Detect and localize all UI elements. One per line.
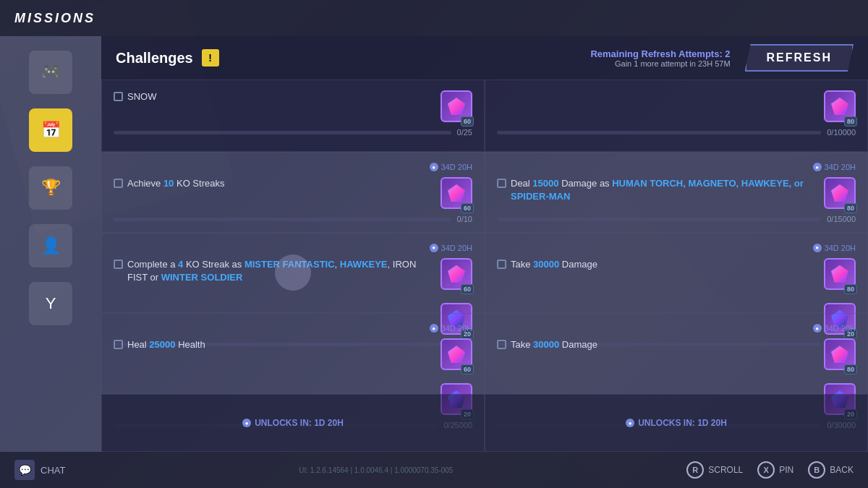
sidebar-item-person[interactable]: 👤 <box>29 224 72 267</box>
challenge-cell-deal-damage: ● 34D 20H Deal 15000 Damage as HUMAN TOR… <box>485 152 868 233</box>
progress-bar-snow-right <box>497 131 821 134</box>
heal-h1: 25000 <box>149 339 175 350</box>
timer-ko-streaks: ● 34D 20H <box>114 163 472 171</box>
challenges-title: Challenges <box>116 50 193 67</box>
challenge-text-ko-char: Complete a 4 KO Streak as MISTER FANTAST… <box>114 258 435 284</box>
timer-icon-heal: ● <box>430 324 438 333</box>
heal-label: Heal 25000 Health <box>127 338 205 351</box>
challenge-checkbox-take-2[interactable] <box>497 340 506 349</box>
bottom-info: UI: 1.2.6.14564 | 1.0.0046.4 | 1.0000070… <box>299 466 453 474</box>
challenges-grid: SNOW 0/25 <box>101 80 868 452</box>
refresh-button[interactable]: REFRESH <box>745 44 854 72</box>
deal-h1: 15000 <box>532 178 558 189</box>
timer-text-ko-char: 34D 20H <box>441 244 472 252</box>
main-content: Challenges ! Remaining Refresh Attempts:… <box>101 36 868 452</box>
challenge-checkbox-ko-char[interactable] <box>114 260 123 269</box>
scroll-btn[interactable]: R <box>686 461 704 479</box>
challenge-checkbox-heal[interactable] <box>114 340 123 349</box>
timer-icon-deal: ● <box>813 163 822 171</box>
challenge-checkbox-snow[interactable] <box>114 92 123 101</box>
progress-deal: 0/15000 <box>497 215 856 223</box>
unlock-cell-right: ● UNLOCKS IN: 1D 20H <box>485 394 868 452</box>
top-bar: MISSIONS <box>0 0 868 36</box>
unlock-icon-left: ● <box>242 419 251 427</box>
take-2-label: Take 30000 Damage <box>511 338 597 351</box>
sidebar-item-y[interactable]: Y <box>29 282 72 325</box>
reward-badge-deal <box>824 177 856 209</box>
back-btn[interactable]: B <box>808 461 825 479</box>
challenge-row-snow-right <box>497 90 856 122</box>
deal-label: Deal 15000 Damage as HUMAN TORCH, MAGNET… <box>511 177 818 203</box>
take-2-h1: 30000 <box>533 339 559 350</box>
chat-label: CHAT <box>41 465 65 476</box>
progress-bar-ko <box>114 218 451 221</box>
ko-char-h1: 4 <box>178 259 183 270</box>
timer-deal-damage: ● 34D 20H <box>497 163 856 171</box>
challenge-checkbox-deal[interactable] <box>497 179 506 188</box>
challenge-text-take-1: Take 30000 Damage <box>497 258 818 271</box>
timer-take-damage-2: ● 34D 20H <box>497 324 856 333</box>
challenge-cell-take-damage-2: ● 34D 20H Take 30000 Damage <box>485 313 868 394</box>
chat-icon: 💬 <box>14 460 35 480</box>
reward-gem-deal <box>831 184 848 202</box>
timer-icon-take-2: ● <box>813 324 822 333</box>
pin-label: PIN <box>779 465 793 475</box>
challenge-text-deal: Deal 15000 Damage as HUMAN TORCH, MAGNET… <box>497 177 818 203</box>
sidebar: 🎮 📅 🏆 👤 Y <box>0 36 101 452</box>
reward-badge-snow-right <box>824 90 856 122</box>
sidebar-item-controller[interactable]: 🎮 <box>29 51 72 94</box>
unlock-text-right: ● UNLOCKS IN: 1D 20H <box>626 418 727 428</box>
timer-text-deal: 34D 20H <box>825 163 856 171</box>
rewards-snow-right <box>824 90 856 122</box>
challenges-header: Challenges ! Remaining Refresh Attempts:… <box>101 36 868 80</box>
unlock-text-left: ● UNLOCKS IN: 1D 20H <box>242 418 344 428</box>
rewards-snow <box>441 90 472 122</box>
timer-icon-take-1: ● <box>813 244 822 252</box>
timer-heal: ● 34D 20H <box>114 324 472 333</box>
progress-text-deal: 0/15000 <box>827 215 856 223</box>
rewards-deal <box>824 177 856 209</box>
progress-bar-deal <box>497 218 821 221</box>
bottom-controls: R SCROLL X PIN B BACK <box>686 461 854 479</box>
challenge-cell-take-damage-1: ● 34D 20H Take 30000 Damage <box>485 233 868 314</box>
progress-snow: 0/25 <box>114 128 472 137</box>
challenge-cell-snow: SNOW 0/25 <box>101 80 485 152</box>
scroll-label: SCROLL <box>708 465 743 475</box>
unlock-icon-right: ● <box>626 419 634 427</box>
timer-text-take-1: 34D 20H <box>825 244 856 252</box>
reward-badge-heal <box>441 338 472 370</box>
challenge-cell-snow-right: 0/10000 <box>485 80 868 152</box>
challenge-cell-ko-char: ● 34D 20H Complete a 4 KO Streak as MIST… <box>101 233 485 314</box>
timer-text-heal: 34D 20H <box>441 324 472 333</box>
take-1-h1: 30000 <box>533 259 559 270</box>
timer-take-damage-1: ● 34D 20H <box>497 244 856 252</box>
reward-badge-take-2 <box>824 338 856 370</box>
challenge-text-heal: Heal 25000 Health <box>114 338 435 351</box>
sidebar-item-calendar[interactable]: 📅 <box>29 108 72 152</box>
reward-gem-snow <box>448 98 465 115</box>
challenge-row-deal: Deal 15000 Damage as HUMAN TORCH, MAGNET… <box>497 177 856 209</box>
timer-ko-char: ● 34D 20H <box>114 244 472 252</box>
back-label: BACK <box>830 465 854 475</box>
challenges-right: Remaining Refresh Attempts: 2 Gain 1 mor… <box>590 44 854 72</box>
back-control: B BACK <box>808 461 854 479</box>
ko-label: Achieve 10 KO Streaks <box>127 177 224 190</box>
reward-gem-ko-char <box>448 265 465 283</box>
challenge-text-take-2: Take 30000 Damage <box>497 338 818 351</box>
challenge-checkbox-ko[interactable] <box>114 179 123 188</box>
refresh-attempts-text: Remaining Refresh Attempts: 2 <box>590 48 730 59</box>
pin-btn[interactable]: X <box>757 461 775 479</box>
trophy-icon: 🏆 <box>41 179 61 197</box>
sidebar-item-trophy[interactable]: 🏆 <box>29 166 72 210</box>
challenge-text-ko: Achieve 10 KO Streaks <box>114 177 435 190</box>
ko-char-h2: MISTER FANTASTIC <box>244 259 335 270</box>
scroll-control: R SCROLL <box>686 461 743 479</box>
reward-badge-ko <box>441 177 472 209</box>
reward-badge-take-1 <box>824 258 856 290</box>
exclamation-badge: ! <box>202 49 219 67</box>
reward-gem-take-2 <box>831 346 848 363</box>
calendar-icon: 📅 <box>41 121 61 140</box>
challenge-checkbox-take-1[interactable] <box>497 260 506 269</box>
ko-char-h4: WINTER SOLDIER <box>161 272 243 283</box>
chat-button[interactable]: 💬 CHAT <box>14 460 65 480</box>
